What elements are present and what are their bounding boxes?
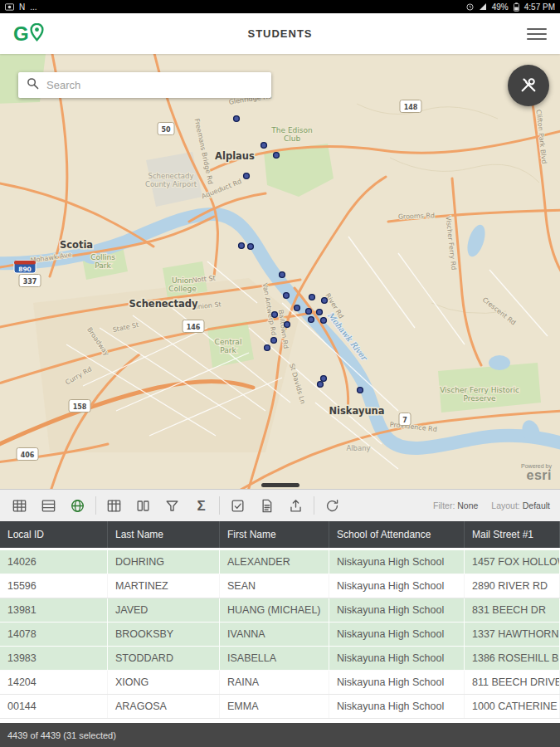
cell-school: Niskayuna High School xyxy=(329,647,465,670)
student-marker[interactable] xyxy=(272,312,278,318)
table-row[interactable]: 14204 XIONG RAINA Niskayuna High School … xyxy=(0,671,560,695)
logo-letter: G xyxy=(13,24,29,44)
route-shield: 890 xyxy=(14,261,36,273)
student-marker[interactable] xyxy=(295,305,300,311)
student-marker[interactable] xyxy=(261,143,267,149)
cell-first-name: RAINA xyxy=(220,671,329,694)
layout-value: Default xyxy=(523,500,550,510)
record-count-bar: 4439 of 4439 (31 selected) xyxy=(0,723,560,747)
cell-mail-street: 811 BEECH DRIVE xyxy=(465,671,560,694)
student-marker[interactable] xyxy=(248,244,254,250)
student-marker[interactable] xyxy=(317,310,323,315)
layout-status[interactable]: Layout: Default xyxy=(491,500,550,510)
table-body: 14026 DOHRING ALEXANDER Niskayuna High S… xyxy=(0,548,560,720)
route-shield: 406 xyxy=(17,448,38,461)
cell-mail-street: 1337 HAWTHORN ... xyxy=(465,622,560,646)
cell-last-name: MARTINEZ xyxy=(108,574,220,598)
student-marker[interactable] xyxy=(274,153,280,159)
column-header-local-id[interactable]: Local ID xyxy=(0,521,108,548)
map-container[interactable]: Glenridge RdFreemans Bridge RdAqueduct R… xyxy=(0,54,560,490)
map-label: Schenectady xyxy=(129,298,198,310)
tools-icon xyxy=(519,76,538,96)
student-marker[interactable] xyxy=(322,298,328,304)
student-marker[interactable] xyxy=(284,293,290,299)
select-checkbox-icon[interactable] xyxy=(223,493,252,518)
filter-status[interactable]: Filter: None xyxy=(433,500,478,510)
student-marker[interactable] xyxy=(265,345,270,351)
table-row[interactable]: 14078 BROOKSBY IVANNA Niskayuna High Sch… xyxy=(0,622,560,647)
table-row[interactable]: 13981 JAVED HUANG (MICHAEL) Niskayuna Hi… xyxy=(0,598,560,622)
app-header: G STUDENTS xyxy=(0,13,560,54)
table-row[interactable]: 14026 DOHRING ALEXANDER Niskayuna High S… xyxy=(0,550,560,574)
svg-text:148: 148 xyxy=(404,104,418,111)
filter-icon[interactable] xyxy=(158,493,187,518)
map-resize-handle[interactable] xyxy=(261,483,299,487)
student-marker[interactable] xyxy=(321,376,327,382)
record-count-text: 4439 of 4439 (31 selected) xyxy=(7,730,116,740)
map-label: County Airport xyxy=(145,180,197,188)
svg-text:146: 146 xyxy=(187,324,201,331)
map-label: Collins xyxy=(90,253,115,261)
cell-school: Niskayuna High School xyxy=(329,622,465,646)
student-marker[interactable] xyxy=(306,309,312,315)
map-view-icon[interactable] xyxy=(63,493,92,518)
student-marker[interactable] xyxy=(309,295,315,300)
table-view-icon[interactable] xyxy=(5,493,34,518)
student-marker[interactable] xyxy=(271,338,277,344)
cell-first-name: IVANNA xyxy=(220,622,329,646)
refresh-icon[interactable] xyxy=(318,493,347,518)
table-row[interactable]: 13983 STODDARD ISABELLA Niskayuna High S… xyxy=(0,647,560,671)
road-name-label: Grooms Rd xyxy=(398,212,436,221)
sum-icon[interactable]: Σ xyxy=(187,493,216,518)
grid-toolbar: Σ Filter: None Layout: Default xyxy=(0,490,560,521)
columns-icon[interactable] xyxy=(129,493,158,518)
cell-local-id: 14026 xyxy=(0,550,108,574)
column-header-first-name[interactable]: First Name xyxy=(220,521,329,548)
student-marker[interactable] xyxy=(239,243,245,249)
list-view-icon[interactable] xyxy=(34,493,63,518)
student-marker[interactable] xyxy=(358,388,363,393)
map-label: Park xyxy=(220,346,236,354)
student-marker[interactable] xyxy=(318,382,324,388)
toolbar-status: Filter: None Layout: Default xyxy=(433,500,555,510)
student-marker[interactable] xyxy=(285,322,290,328)
search-input[interactable] xyxy=(46,79,263,91)
student-marker[interactable] xyxy=(309,317,314,323)
student-marker[interactable] xyxy=(234,116,240,122)
page-title: STUDENTS xyxy=(247,27,312,40)
alarm-icon xyxy=(466,3,474,11)
student-marker[interactable] xyxy=(244,173,250,179)
app-logo[interactable]: G xyxy=(13,23,44,45)
column-header-last-name[interactable]: Last Name xyxy=(108,521,220,548)
table-row[interactable]: 15596 MARTINEZ SEAN Niskayuna High Schoo… xyxy=(0,574,560,598)
toolbar-separator xyxy=(314,496,314,515)
map-tools-button[interactable] xyxy=(508,65,549,106)
table-row[interactable]: 00144 ARAGOSA EMMA Niskayuna High School… xyxy=(0,695,560,719)
export-icon[interactable] xyxy=(281,493,310,518)
menu-icon[interactable] xyxy=(527,27,547,42)
cell-mail-street: 1386 ROSEHILL BL... xyxy=(465,647,560,670)
insert-column-icon[interactable] xyxy=(100,493,129,518)
report-icon[interactable] xyxy=(252,493,281,518)
student-marker[interactable] xyxy=(280,272,285,278)
toolbar-separator xyxy=(95,496,96,515)
route-shield: 146 xyxy=(183,320,204,333)
cell-school: Niskayuna High School xyxy=(329,695,465,718)
map-label: Scotia xyxy=(60,239,93,251)
cell-first-name: ALEXANDER xyxy=(220,550,329,574)
map-label: Preserve xyxy=(463,394,496,403)
route-shield: 337 xyxy=(19,275,41,287)
map-label: Club xyxy=(284,134,300,143)
student-marker[interactable] xyxy=(321,318,327,324)
cell-school: Niskayuna High School xyxy=(329,598,465,622)
cell-first-name: EMMA xyxy=(220,695,329,718)
search-icon xyxy=(27,77,39,93)
map-search-box[interactable] xyxy=(18,72,271,98)
map-canvas[interactable]: Glenridge RdFreemans Bridge RdAqueduct R… xyxy=(0,54,560,490)
column-header-mail-street[interactable]: Mail Street #1 xyxy=(465,521,560,548)
cell-first-name: SEAN xyxy=(220,574,329,598)
column-header-school[interactable]: School of Attendance xyxy=(329,521,465,548)
map-label: Union xyxy=(172,276,193,285)
cell-last-name: ARAGOSA xyxy=(108,695,220,718)
cell-first-name: HUANG (MICHAEL) xyxy=(220,598,329,622)
